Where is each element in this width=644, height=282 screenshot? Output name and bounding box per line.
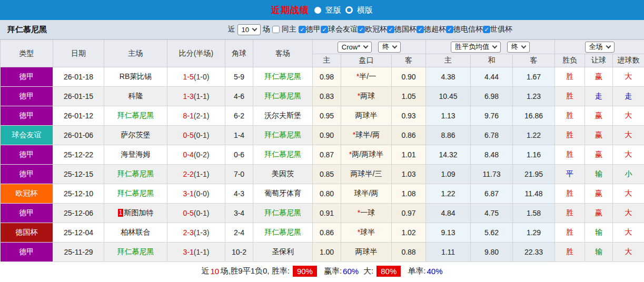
home-team-cell[interactable]: 柏林联合 [104, 223, 167, 243]
vertical-layout-radio[interactable] [314, 7, 321, 14]
odds-period-value: 终 [382, 42, 389, 52]
footer-count: 10 [210, 267, 219, 276]
avg-home-cell: 1.13 [426, 106, 471, 126]
table-row: 德国杯25-12-04柏林联合2-3(1-3)2-4拜仁慕尼黑0.86*球半1.… [1, 223, 644, 243]
away-team-cell[interactable]: 拜仁慕尼黑 [253, 145, 313, 165]
horizontal-layout-radio[interactable] [345, 6, 353, 14]
avg-header-group: 胜平负均值 终 [426, 40, 555, 54]
league-label[interactable]: 德甲 [306, 25, 321, 34]
avg-home-cell: 1.09 [426, 165, 471, 184]
score-cell: 2-2(1-1) [167, 165, 225, 184]
avg-home-cell: 4.38 [426, 67, 471, 87]
home-odds-cell: 0.91 [313, 204, 341, 223]
match-date-cell: 25-12-15 [53, 165, 104, 184]
home-team-cell[interactable]: 萨尔茨堡 [104, 126, 167, 145]
same-home-checkbox[interactable] [272, 26, 280, 33]
league-label[interactable]: 德国杯 [394, 25, 417, 34]
table-row: 球会友谊26-01-06萨尔茨堡0-5(0-1)1-4拜仁慕尼黑0.90*球半/… [1, 126, 644, 145]
league-label[interactable]: 德电信杯 [453, 25, 483, 34]
away-team-cell[interactable]: 拜仁慕尼黑 [253, 223, 313, 243]
away-team-cell[interactable]: 拜仁慕尼黑 [253, 126, 313, 145]
score-cell: 8-1(2-1) [167, 106, 225, 126]
home-odds-cell: 0.98 [313, 67, 341, 87]
score-cell: 3-1(1-1) [167, 243, 225, 262]
away-team-cell[interactable]: 拜仁慕尼黑 [253, 67, 313, 87]
match-type-cell: 德国杯 [1, 223, 53, 243]
recent-count-select[interactable]: 10 [237, 24, 261, 35]
home-odds-cell: 0.95 [313, 106, 341, 126]
away-team-name: 拜仁慕尼黑 [264, 208, 301, 217]
league-filter: 欧冠杯 [358, 25, 387, 34]
away-odds-cell: 1.01 [392, 145, 426, 165]
league-checkbox[interactable] [446, 26, 453, 33]
away-team-name: 拜仁慕尼黑 [264, 150, 301, 158]
horizontal-layout-label[interactable]: 横版 [357, 5, 373, 15]
match-type-cell: 德甲 [1, 145, 53, 165]
away-team-cell[interactable]: 拜仁慕尼黑 [253, 204, 313, 223]
layout-radio-group: 竖版 横版 [314, 5, 373, 15]
col-header-home: 主场 [104, 40, 167, 67]
home-team-cell[interactable]: 科隆 [104, 87, 167, 106]
home-team-cell[interactable]: 1斯图加特 [104, 204, 167, 223]
handicap-cell: *球半 [341, 223, 392, 243]
avg-draw-cell: 9.76 [471, 106, 513, 126]
half-time-score: (1-1) [194, 248, 210, 256]
league-label[interactable]: 德超杯 [424, 25, 446, 34]
avg-away-cell: 1.23 [513, 87, 555, 106]
corners-cell: 0-6 [225, 145, 253, 165]
home-team-cell[interactable]: 拜仁慕尼黑 [104, 184, 167, 204]
handicap-cell: 球半/两 [341, 184, 392, 204]
half-time-score: (0-1) [194, 131, 210, 139]
score-cell: 3-1(0-0) [167, 184, 225, 204]
home-team-cell[interactable]: RB莱比锡 [104, 67, 167, 87]
avg-type-select[interactable]: 胜平负均值 [451, 42, 501, 53]
col-header-score: 比分(半场) [167, 40, 225, 67]
odds-company-select[interactable]: Crow* [338, 42, 372, 53]
league-checkbox[interactable] [417, 26, 424, 33]
away-team-name: 葡萄牙体育 [264, 189, 301, 197]
chevron-down-icon [363, 44, 369, 49]
full-time-score: 3-1 [183, 248, 194, 256]
odds-period-select[interactable]: 终 [378, 42, 401, 53]
match-date-cell: 25-12-22 [53, 145, 104, 165]
corners-cell: 2-4 [225, 223, 253, 243]
league-filter: 德超杯 [417, 25, 446, 34]
home-team-cell[interactable]: 拜仁慕尼黑 [104, 165, 167, 184]
away-team-cell[interactable]: 葡萄牙体育 [253, 184, 313, 204]
scope-select[interactable]: 全场 [585, 42, 615, 53]
avg-draw-cell: 4.44 [471, 67, 513, 87]
league-checkbox[interactable] [299, 26, 306, 33]
away-team-cell[interactable]: 拜仁慕尼黑 [253, 87, 313, 106]
league-label[interactable]: 世俱杯 [490, 25, 512, 34]
vertical-layout-label[interactable]: 竖版 [325, 5, 341, 15]
away-team-name: 圣保利 [272, 247, 294, 256]
home-team-name: 海登海姆 [121, 150, 151, 158]
same-home-label[interactable]: 同主 [282, 25, 296, 34]
corners-cell: 7-0 [225, 165, 253, 184]
sub-header-handicap: 盘口 [341, 54, 392, 67]
league-checkbox[interactable] [358, 26, 365, 33]
avg-away-cell: 11.48 [513, 184, 555, 204]
league-label[interactable]: 球会友谊 [328, 25, 358, 34]
home-team-name: 萨尔茨堡 [121, 130, 151, 139]
away-odds-cell: 0.97 [392, 204, 426, 223]
league-checkbox[interactable] [483, 26, 490, 33]
handicap-cell: *两/两球半 [341, 145, 392, 165]
league-checkbox[interactable] [387, 26, 394, 33]
odds-header-group: Crow* 终 [313, 40, 426, 54]
home-team-cell[interactable]: 海登海姆 [104, 145, 167, 165]
league-checkbox[interactable] [321, 26, 328, 33]
league-label[interactable]: 欧冠杯 [365, 25, 387, 34]
handicap-cell: 两球半/三 [341, 165, 392, 184]
sub-header-handicap-result: 让球 [585, 54, 613, 67]
home-team-cell[interactable]: 拜仁慕尼黑 [104, 243, 167, 262]
avg-period-select[interactable]: 终 [507, 42, 530, 53]
away-odds-cell: 0.93 [392, 106, 426, 126]
chevron-down-icon [252, 26, 257, 32]
away-team-cell[interactable]: 圣保利 [253, 243, 313, 262]
home-team-cell[interactable]: 拜仁慕尼黑 [104, 106, 167, 126]
chevron-down-icon [492, 44, 498, 49]
away-team-cell[interactable]: 沃尔夫斯堡 [253, 106, 313, 126]
away-team-cell[interactable]: 美因茨 [253, 165, 313, 184]
avg-away-cell: 1.16 [513, 145, 555, 165]
